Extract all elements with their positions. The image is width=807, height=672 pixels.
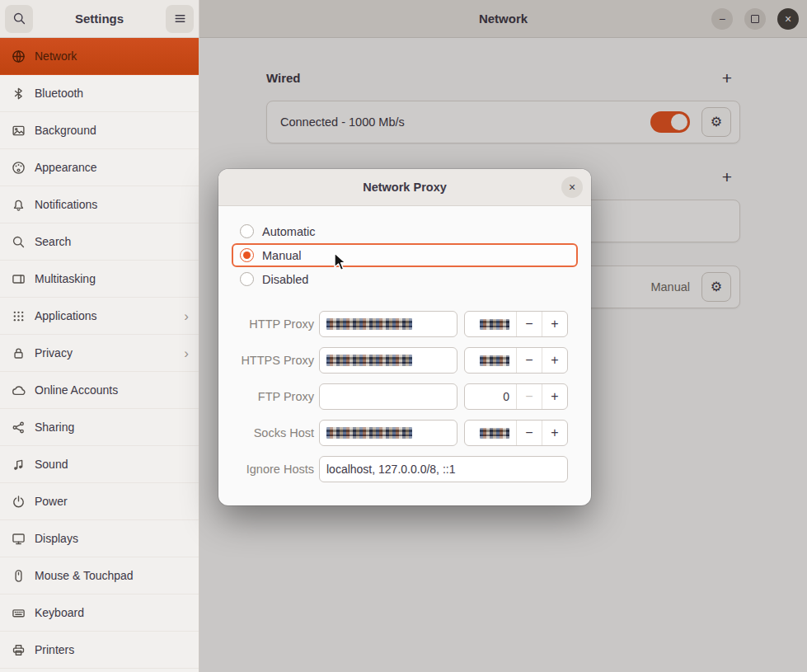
proxy-option-automatic[interactable]: Automatic [232,219,578,243]
sidebar-item-bluetooth[interactable]: Bluetooth [0,75,199,112]
displays-icon [12,532,26,546]
search-button[interactable] [5,5,33,33]
settings-window: Settings NetworkBluetoothBackgroundAppea… [0,0,807,672]
sidebar-item-label: Printers [35,643,189,656]
https-proxy-port-increase-button[interactable]: + [542,348,567,373]
socks-host-port-display [465,421,516,445]
http-proxy-input[interactable] [319,311,457,337]
sidebar-item-power[interactable]: Power [0,483,199,520]
chevron-right-icon: › [184,309,189,323]
redacted-value [326,427,412,439]
sidebar-item-background[interactable]: Background [0,112,199,149]
https-proxy-input[interactable] [319,347,457,374]
sidebar-item-online-accounts[interactable]: Online Accounts [0,372,199,409]
dialog-close-button[interactable]: × [561,176,583,198]
proxy-option-disabled[interactable]: Disabled [232,267,578,291]
redacted-value [326,355,412,366]
sidebar-item-label: Online Accounts [35,383,189,397]
socks-host-port-decrease-button[interactable]: − [516,421,542,445]
sidebar-item-network[interactable]: Network [0,38,199,75]
applications-icon [12,309,26,323]
sidebar-item-sharing[interactable]: Sharing [0,409,199,446]
sidebar-item-privacy[interactable]: Privacy› [0,335,199,372]
sidebar-item-displays[interactable]: Displays [0,520,199,557]
appearance-icon [12,161,26,175]
http-proxy-port-decrease-button[interactable]: − [516,312,542,336]
sidebar-item-appearance[interactable]: Appearance [0,149,199,186]
sidebar-item-notifications[interactable]: Notifications [0,186,199,223]
online-accounts-icon [12,383,26,397]
dialog-body: AutomaticManualDisabled HTTP Proxy−+HTTP… [218,206,591,505]
sidebar-item-label: Network [35,49,189,63]
sidebar-item-sound[interactable]: Sound [0,446,199,483]
sidebar-item-label: Displays [35,532,189,545]
mouse-touchpad-icon [12,569,26,583]
dialog-title: Network Proxy [363,181,447,194]
power-icon [12,495,26,509]
socks-host-row: Socks Host−+ [232,420,578,446]
https-proxy-port-decrease-button[interactable]: − [516,348,542,373]
ftp-proxy-input[interactable] [319,383,457,410]
redacted-port [480,319,509,330]
https-proxy-row: HTTPS Proxy−+ [232,347,578,374]
sidebar-item-label: Bluetooth [35,87,189,100]
socks-host-input[interactable] [319,420,457,446]
close-icon: × [569,181,575,193]
sidebar-item-label: Sound [35,458,189,471]
socks-host-port-increase-button[interactable]: + [542,421,567,445]
ignore-hosts-label: Ignore Hosts [232,463,314,476]
https-proxy-label: HTTPS Proxy [232,354,314,367]
hamburger-menu-icon [173,12,187,26]
sidebar-item-applications[interactable]: Applications› [0,298,199,335]
radio-checked-icon [240,248,254,262]
ignore-hosts-row: Ignore Hosts localhost, 127.0.0.0/8, ::1 [232,456,578,482]
sidebar-item-label: Applications [35,309,175,322]
sidebar-item-keyboard[interactable]: Keyboard [0,594,199,632]
ftp-proxy-label: FTP Proxy [232,390,314,403]
sidebar-item-label: Keyboard [35,606,189,619]
https-proxy-port-spinbutton: −+ [464,347,568,374]
multitasking-icon [12,272,26,286]
privacy-icon [12,346,26,360]
printers-icon [12,643,26,657]
sound-icon [12,458,26,472]
proxy-option-manual[interactable]: Manual [232,243,578,267]
sidebar-item-label: Sharing [35,421,189,434]
sidebar-item-label: Mouse & Touchpad [35,569,189,582]
radio-unchecked-icon [240,272,254,286]
ftp-proxy-port-increase-button[interactable]: + [542,384,567,409]
ftp-proxy-port-spinbutton: 0−+ [464,383,568,410]
sidebar-item-multitasking[interactable]: Multitasking [0,261,199,298]
network-proxy-dialog: Network Proxy × AutomaticManualDisabled … [218,169,591,505]
ignore-hosts-input[interactable]: localhost, 127.0.0.0/8, ::1 [319,456,568,482]
notifications-icon [12,198,26,212]
https-proxy-port-display [465,348,516,373]
redacted-value [326,318,412,330]
redacted-port [480,355,509,366]
chevron-right-icon: › [184,346,189,360]
redacted-port [480,428,509,439]
http-proxy-label: HTTP Proxy [232,317,314,331]
background-icon [12,124,26,138]
keyboard-icon [12,606,26,620]
proxy-form: HTTP Proxy−+HTTPS Proxy−+FTP Proxy0−+Soc… [232,311,578,446]
sidebar-item-printers[interactable]: Printers [0,632,199,669]
left-header-title: Settings [36,12,162,26]
http-proxy-port-display [465,312,516,336]
search-icon [12,235,26,249]
ftp-proxy-port-display: 0 [465,384,516,409]
http-proxy-port-spinbutton: −+ [464,311,568,337]
sidebar-item-label: Power [35,495,189,508]
sidebar-item-label: Background [35,124,189,137]
proxy-option-label: Manual [262,249,302,262]
sidebar-item-mouse-and-touchpad[interactable]: Mouse & Touchpad [0,557,199,594]
http-proxy-port-increase-button[interactable]: + [542,312,567,336]
sidebar-item-search[interactable]: Search [0,223,199,261]
sidebar-item-label: Appearance [35,161,189,174]
socks-host-label: Socks Host [232,426,314,439]
sidebar-item-label: Privacy [35,346,175,359]
ftp-proxy-port-decrease-button[interactable]: − [516,384,542,409]
sidebar-item-label: Multitasking [35,272,189,285]
ftp-proxy-row: FTP Proxy0−+ [232,383,578,410]
menu-button[interactable] [166,5,194,33]
